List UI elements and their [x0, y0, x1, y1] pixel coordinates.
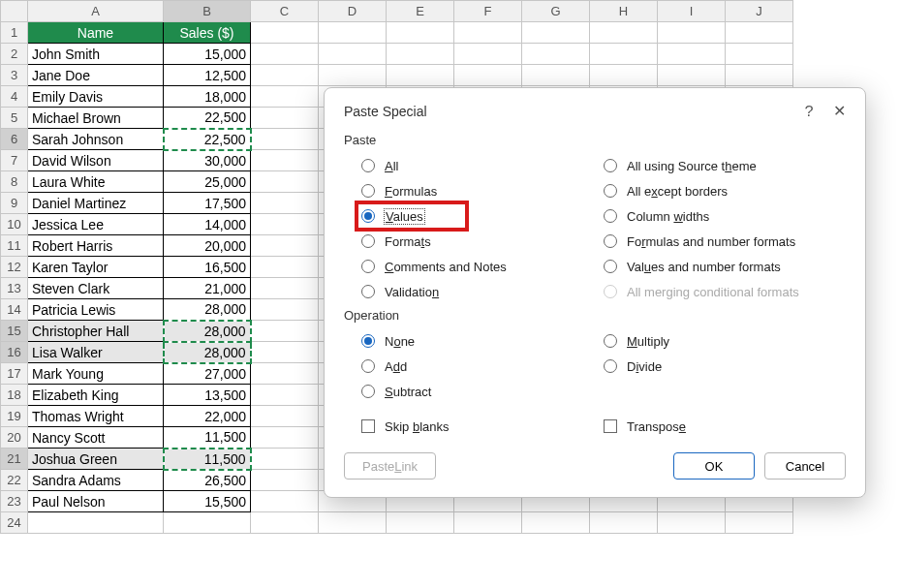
cell-A3[interactable]: Jane Doe — [28, 65, 164, 86]
cell-C23[interactable] — [251, 491, 319, 512]
radio-op-divide[interactable]: Divide — [604, 354, 846, 379]
cell-A2[interactable]: John Smith — [28, 44, 164, 65]
close-icon[interactable]: ✕ — [833, 103, 846, 119]
cell-C16[interactable] — [251, 342, 319, 363]
col-header-J[interactable]: J — [726, 1, 793, 22]
radio-formats[interactable]: Formats — [361, 229, 604, 254]
cell-F3[interactable] — [454, 65, 522, 86]
cell-C14[interactable] — [251, 299, 319, 321]
row-header-11[interactable]: 11 — [1, 235, 28, 257]
radio-op-multiply[interactable]: Multiply — [604, 328, 846, 354]
row-header-8[interactable]: 8 — [1, 171, 28, 193]
row-header-14[interactable]: 14 — [1, 299, 28, 321]
cell-B13[interactable]: 21,000 — [164, 278, 251, 299]
cell-B19[interactable]: 22,000 — [164, 406, 251, 427]
cell-C12[interactable] — [251, 257, 319, 278]
cell-J24[interactable] — [726, 512, 793, 534]
cell-C3[interactable] — [251, 65, 319, 86]
radio-formulas-numfmt[interactable]: Formulas and number formats — [604, 229, 846, 254]
cell-C10[interactable] — [251, 214, 319, 235]
cell-B4[interactable]: 18,000 — [164, 86, 251, 108]
cell-B23[interactable]: 15,500 — [164, 491, 251, 512]
row-header-10[interactable]: 10 — [1, 214, 28, 235]
col-header-A[interactable]: A — [28, 1, 164, 22]
cell-B18[interactable]: 13,500 — [164, 385, 251, 406]
cell-B7[interactable]: 30,000 — [164, 150, 251, 171]
row-header-13[interactable]: 13 — [1, 278, 28, 299]
cell-H2[interactable] — [590, 44, 658, 65]
radio-except-borders[interactable]: All except borders — [604, 178, 846, 203]
cell-D1[interactable] — [319, 22, 387, 44]
cell-C8[interactable] — [251, 171, 319, 193]
row-header-6[interactable]: 6 — [1, 129, 28, 150]
cell-B9[interactable]: 17,500 — [164, 193, 251, 214]
cell-I3[interactable] — [658, 65, 726, 86]
cell-B6[interactable]: 22,500 — [164, 129, 251, 150]
col-header-F[interactable]: F — [454, 1, 522, 22]
row-header-2[interactable]: 2 — [1, 44, 28, 65]
cell-A12[interactable]: Karen Taylor — [28, 257, 164, 278]
cell-C5[interactable] — [251, 108, 319, 129]
cell-J2[interactable] — [726, 44, 793, 65]
row-header-24[interactable]: 24 — [1, 512, 28, 534]
row-header-4[interactable]: 4 — [1, 86, 28, 108]
row-header-12[interactable]: 12 — [1, 257, 28, 278]
select-all-corner[interactable] — [1, 1, 28, 22]
ok-button[interactable]: OK — [673, 452, 755, 480]
cell-A7[interactable]: David Wilson — [28, 150, 164, 171]
row-header-19[interactable]: 19 — [1, 406, 28, 427]
cell-A15[interactable]: Christopher Hall — [28, 321, 164, 342]
cell-D24[interactable] — [319, 512, 387, 534]
cell-B22[interactable]: 26,500 — [164, 470, 251, 491]
col-header-E[interactable]: E — [387, 1, 454, 22]
cell-E3[interactable] — [387, 65, 454, 86]
row-header-7[interactable]: 7 — [1, 150, 28, 171]
cell-A23[interactable]: Paul Nelson — [28, 491, 164, 512]
cell-A20[interactable]: Nancy Scott — [28, 427, 164, 449]
cell-A9[interactable]: Daniel Martinez — [28, 193, 164, 214]
cell-A5[interactable]: Michael Brown — [28, 108, 164, 129]
row-header-20[interactable]: 20 — [1, 427, 28, 449]
cell-A21[interactable]: Joshua Green — [28, 449, 164, 470]
cell-C21[interactable] — [251, 449, 319, 470]
radio-validation[interactable]: Validation — [361, 279, 604, 304]
cell-J1[interactable] — [726, 22, 793, 44]
cell-B12[interactable]: 16,500 — [164, 257, 251, 278]
cell-I24[interactable] — [658, 512, 726, 534]
cell-A1[interactable]: Name — [28, 22, 164, 44]
cell-J3[interactable] — [726, 65, 793, 86]
cell-G2[interactable] — [522, 44, 590, 65]
radio-op-none[interactable]: None — [361, 328, 604, 354]
cell-G3[interactable] — [522, 65, 590, 86]
cell-C9[interactable] — [251, 193, 319, 214]
radio-values-numfmt[interactable]: Values and number formats — [604, 254, 846, 279]
cell-C19[interactable] — [251, 406, 319, 427]
cell-A4[interactable]: Emily Davis — [28, 86, 164, 108]
radio-source-theme[interactable]: All using Source theme — [604, 153, 846, 178]
check-transpose[interactable]: Transpose — [604, 414, 846, 439]
cell-C13[interactable] — [251, 278, 319, 299]
check-skip-blanks[interactable]: Skip blanks — [344, 414, 604, 439]
cell-B1[interactable]: Sales ($) — [164, 22, 251, 44]
cell-C20[interactable] — [251, 427, 319, 449]
cancel-button[interactable]: Cancel — [764, 452, 846, 480]
cell-A22[interactable]: Sandra Adams — [28, 470, 164, 491]
cell-C11[interactable] — [251, 235, 319, 257]
cell-B14[interactable]: 28,000 — [164, 299, 251, 321]
cell-A18[interactable]: Elizabeth King — [28, 385, 164, 406]
cell-C22[interactable] — [251, 470, 319, 491]
cell-B20[interactable]: 11,500 — [164, 427, 251, 449]
row-header-3[interactable]: 3 — [1, 65, 28, 86]
cell-C1[interactable] — [251, 22, 319, 44]
cell-B3[interactable]: 12,500 — [164, 65, 251, 86]
row-header-23[interactable]: 23 — [1, 491, 28, 512]
radio-comments-notes[interactable]: Comments and Notes — [361, 254, 604, 279]
cell-A10[interactable]: Jessica Lee — [28, 214, 164, 235]
radio-formulas[interactable]: Formulas — [361, 178, 604, 203]
cell-F1[interactable] — [454, 22, 522, 44]
cell-B16[interactable]: 28,000 — [164, 342, 251, 363]
cell-C18[interactable] — [251, 385, 319, 406]
cell-B21[interactable]: 11,500 — [164, 449, 251, 470]
col-header-B[interactable]: B — [164, 1, 251, 22]
cell-A14[interactable]: Patricia Lewis — [28, 299, 164, 321]
